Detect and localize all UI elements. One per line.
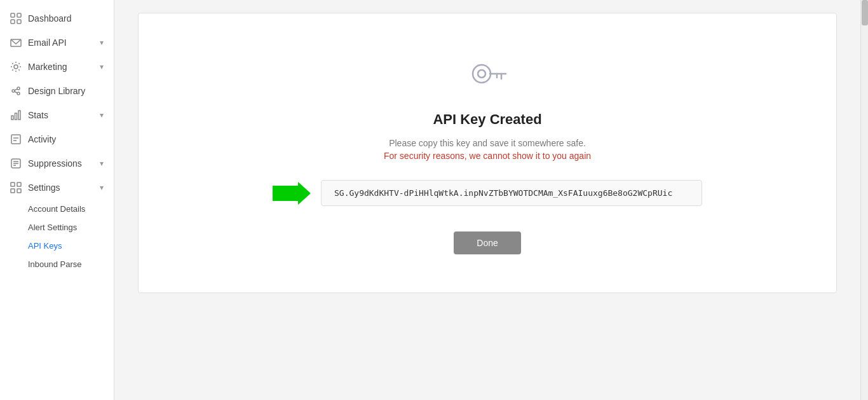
- svg-point-25: [473, 65, 491, 83]
- sidebar-item-label: Dashboard: [28, 13, 72, 24]
- sidebar-item-label: Suppressions: [28, 158, 82, 169]
- card-warning: For security reasons, we cannot show it …: [384, 151, 591, 161]
- chevron-down-icon: ▾: [100, 38, 104, 47]
- svg-rect-1: [17, 13, 21, 17]
- scrollbar-thumb[interactable]: [862, 0, 868, 25]
- chevron-down-icon: ▾: [100, 183, 104, 192]
- svg-rect-13: [18, 111, 20, 120]
- sidebar-item-dashboard[interactable]: Dashboard: [0, 6, 114, 31]
- scrollbar-track[interactable]: [860, 0, 868, 400]
- sidebar-item-label: Design Library: [28, 86, 85, 96]
- svg-line-9: [15, 89, 17, 90]
- activity-icon: [10, 134, 22, 145]
- card-subtitle: Please copy this key and save it somewhe…: [389, 138, 586, 148]
- settings-submenu: Account Details Alert Settings API Keys …: [0, 200, 114, 273]
- arrow-right-icon: [273, 182, 311, 205]
- sidebar-item-label: Email API: [28, 38, 67, 48]
- sidebar-item-label: Stats: [28, 110, 48, 120]
- svg-point-8: [17, 92, 20, 95]
- key-icon: [465, 52, 510, 99]
- svg-point-26: [478, 70, 485, 78]
- sidebar-item-marketing[interactable]: Marketing ▾: [0, 55, 114, 79]
- svg-line-10: [15, 92, 17, 93]
- chevron-down-icon: ▾: [100, 159, 104, 168]
- svg-rect-21: [11, 183, 15, 186]
- api-key-value[interactable]: SG.Gy9dKdKHTV-dPiHHlqWtkA.inpNvZTbBYWOTD…: [321, 180, 702, 206]
- dashboard-icon: [10, 13, 22, 24]
- svg-rect-12: [15, 113, 17, 120]
- svg-point-5: [14, 65, 18, 69]
- sidebar-item-label: Marketing: [28, 62, 67, 72]
- sidebar-item-label: Activity: [28, 134, 56, 144]
- sidebar: Dashboard Email API ▾ Marketing ▾: [0, 0, 114, 400]
- card-title: API Key Created: [433, 111, 541, 128]
- svg-marker-30: [273, 182, 311, 205]
- sidebar-item-email-api[interactable]: Email API ▾: [0, 31, 114, 55]
- sidebar-submenu-item-account-details[interactable]: Account Details: [10, 200, 114, 218]
- sidebar-item-activity[interactable]: Activity: [0, 127, 114, 151]
- api-key-row: SG.Gy9dKdKHTV-dPiHHlqWtkA.inpNvZTbBYWOTD…: [164, 180, 811, 206]
- sidebar-item-suppressions[interactable]: Suppressions ▾: [0, 151, 114, 176]
- stats-icon: [10, 109, 22, 121]
- svg-rect-14: [11, 135, 20, 144]
- svg-rect-22: [17, 183, 21, 186]
- svg-rect-3: [17, 20, 21, 24]
- svg-rect-24: [17, 189, 21, 193]
- email-api-icon: [10, 37, 22, 48]
- svg-rect-2: [11, 20, 15, 24]
- sidebar-item-stats[interactable]: Stats ▾: [0, 103, 114, 127]
- design-library-icon: [10, 85, 22, 97]
- settings-icon: [10, 182, 22, 193]
- marketing-icon: [10, 61, 22, 72]
- svg-point-7: [17, 87, 20, 90]
- api-key-created-card: API Key Created Please copy this key and…: [138, 13, 837, 293]
- sidebar-item-label: Settings: [28, 183, 60, 193]
- sidebar-item-design-library[interactable]: Design Library: [0, 79, 114, 103]
- svg-rect-0: [11, 13, 15, 17]
- done-button[interactable]: Done: [454, 231, 520, 254]
- chevron-down-icon: ▾: [100, 111, 104, 120]
- chevron-down-icon: ▾: [100, 62, 104, 71]
- svg-point-6: [12, 90, 15, 92]
- main-content: API Key Created Please copy this key and…: [114, 0, 860, 400]
- sidebar-item-settings[interactable]: Settings ▾: [0, 176, 114, 200]
- sidebar-submenu-item-api-keys[interactable]: API Keys: [10, 237, 114, 255]
- sidebar-submenu-item-alert-settings[interactable]: Alert Settings: [10, 218, 114, 237]
- svg-rect-11: [11, 116, 13, 120]
- sidebar-submenu-item-inbound-parse[interactable]: Inbound Parse: [10, 255, 114, 273]
- suppressions-icon: [10, 158, 22, 169]
- svg-rect-23: [11, 189, 15, 193]
